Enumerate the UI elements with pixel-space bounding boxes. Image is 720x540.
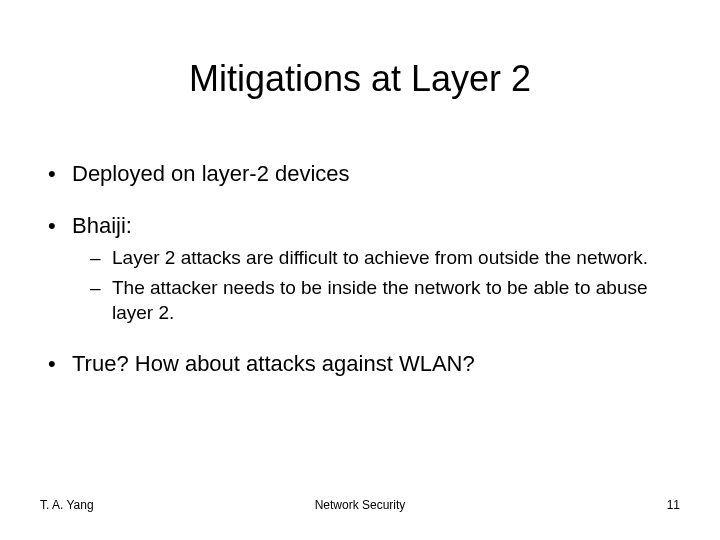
slide-body: Deployed on layer-2 devices Bhaiji: Laye… xyxy=(48,160,676,401)
slide-title: Mitigations at Layer 2 xyxy=(0,58,720,100)
footer-author: T. A. Yang xyxy=(40,498,94,512)
bullet-item: Bhaiji: Layer 2 attacks are difficult to… xyxy=(48,212,676,326)
bullet-text: True? How about attacks against WLAN? xyxy=(72,351,475,376)
footer-page-number: 11 xyxy=(667,498,680,512)
sub-bullet-item: The attacker needs to be inside the netw… xyxy=(90,275,676,326)
bullet-list: Deployed on layer-2 devices Bhaiji: Laye… xyxy=(48,160,676,377)
sub-bullet-list: Layer 2 attacks are difficult to achieve… xyxy=(90,245,676,326)
footer: T. A. Yang Network Security 11 xyxy=(40,498,680,512)
slide: Mitigations at Layer 2 Deployed on layer… xyxy=(0,0,720,540)
bullet-item: Deployed on layer-2 devices xyxy=(48,160,676,188)
sub-bullet-item: Layer 2 attacks are difficult to achieve… xyxy=(90,245,676,271)
bullet-text: Bhaiji: xyxy=(72,213,132,238)
bullet-text: Deployed on layer-2 devices xyxy=(72,161,350,186)
sub-bullet-text: The attacker needs to be inside the netw… xyxy=(112,277,648,324)
footer-title: Network Security xyxy=(40,498,680,512)
sub-bullet-text: Layer 2 attacks are difficult to achieve… xyxy=(112,247,648,268)
bullet-item: True? How about attacks against WLAN? xyxy=(48,350,676,378)
